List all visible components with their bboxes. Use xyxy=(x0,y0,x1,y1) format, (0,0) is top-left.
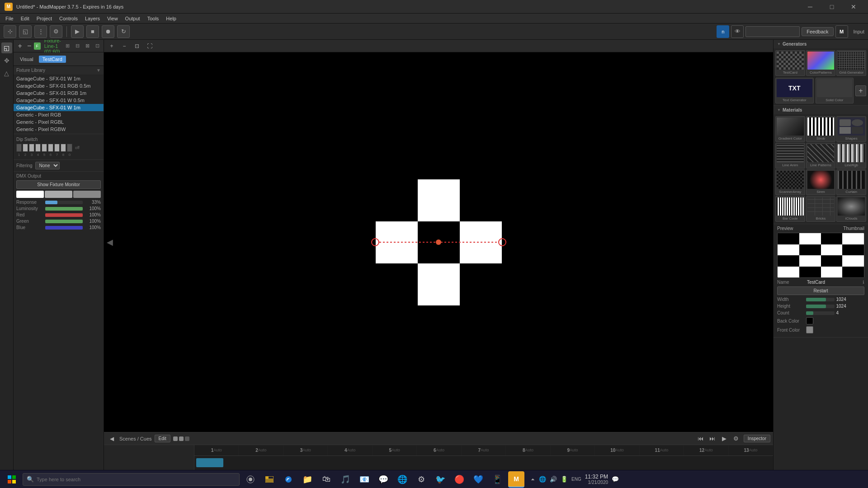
dip-3[interactable] xyxy=(29,144,34,152)
timeline-cell-1[interactable]: 1Auto xyxy=(194,445,239,455)
timeline-block[interactable] xyxy=(196,458,223,467)
green-slider[interactable] xyxy=(45,220,83,223)
dip-9[interactable] xyxy=(67,144,72,152)
scene-dot-3[interactable] xyxy=(185,436,189,441)
remove-fixture-button[interactable]: − xyxy=(24,41,33,51)
timeline-cell-2[interactable]: 2Auto xyxy=(239,445,283,455)
timeline-cell-11[interactable]: 11Auto xyxy=(640,445,684,455)
taskbar-skype2[interactable]: 📱 xyxy=(489,471,505,488)
menu-file[interactable]: File xyxy=(2,15,17,22)
minimize-button[interactable]: ─ xyxy=(800,0,820,14)
transport-skip-forward[interactable]: ⏭ xyxy=(708,434,717,444)
mat-scanner-array[interactable]: ScannerArray xyxy=(775,169,805,195)
fixture-item[interactable]: Generic - Pixel RGB xyxy=(14,111,104,118)
taskbar-edge[interactable] xyxy=(280,471,297,488)
language-label[interactable]: ENG xyxy=(571,477,581,482)
menu-controls[interactable]: Controls xyxy=(56,15,81,22)
taskbar-skype1[interactable]: 💙 xyxy=(470,471,486,488)
mat-strobe[interactable]: Strob xyxy=(806,116,836,142)
scene-dot-2[interactable] xyxy=(179,436,184,441)
dip-2[interactable] xyxy=(23,144,28,152)
mat-line-anim[interactable]: Line Anim xyxy=(775,143,805,169)
start-button[interactable] xyxy=(4,471,20,488)
mat-line-patterns[interactable]: Line Patterns xyxy=(806,143,836,169)
dip-6[interactable] xyxy=(48,144,53,152)
filter-select[interactable]: None xyxy=(35,162,60,169)
gen-add-button[interactable]: + xyxy=(855,85,866,96)
tray-up-arrow[interactable]: ⏶ xyxy=(531,477,535,482)
tab-visual[interactable]: Visual xyxy=(16,56,37,63)
gen-txt[interactable]: TXT Text Generator xyxy=(775,78,814,103)
mat-barcode[interactable]: Bar Code xyxy=(775,196,805,222)
fixture-item[interactable]: Generic - Pixel RGBL xyxy=(14,118,104,126)
info-icon[interactable]: ℹ xyxy=(863,280,864,285)
menu-tools[interactable]: Tools xyxy=(144,15,163,22)
taskbar-madmapper[interactable]: M xyxy=(508,471,524,488)
mat-siren[interactable]: Siren xyxy=(806,169,836,195)
show-fixture-monitor-button[interactable]: Show Fixture Monitor xyxy=(16,180,101,189)
toolbar-settings-tool[interactable]: ⚙ xyxy=(50,25,62,38)
search-bar[interactable]: 🔍 xyxy=(23,473,240,486)
dip-7[interactable] xyxy=(54,144,60,152)
back-color-swatch[interactable] xyxy=(806,317,813,324)
menu-help[interactable]: Help xyxy=(162,15,180,22)
add-fixture-button[interactable]: + xyxy=(15,41,24,51)
taskbar-whatsapp[interactable]: 💬 xyxy=(375,471,392,488)
timeline-cell-5[interactable]: 5Auto xyxy=(373,445,417,455)
taskbar-explorer[interactable] xyxy=(261,471,278,488)
luminosity-slider[interactable] xyxy=(45,207,83,211)
tray-notification[interactable]: 💬 xyxy=(612,476,619,483)
edit-button[interactable]: Edit xyxy=(155,435,170,442)
canvas-fit[interactable]: ⊡ xyxy=(132,41,142,51)
mat-curtain[interactable]: Curtain xyxy=(836,169,866,195)
fixture-endpoint-left[interactable] xyxy=(371,238,379,246)
tool-eye-icon[interactable]: 👁 xyxy=(731,25,744,38)
toolbar-move-tool[interactable]: ⊹ xyxy=(4,25,16,38)
count-slider[interactable] xyxy=(806,311,835,315)
maximize-button[interactable]: □ xyxy=(822,0,842,14)
search-input[interactable] xyxy=(37,477,236,482)
taskbar-bird[interactable]: 🐦 xyxy=(432,471,448,488)
transport-play[interactable]: ▶ xyxy=(71,25,84,38)
transport-refresh[interactable]: ↻ xyxy=(117,25,130,38)
close-button[interactable]: ✕ xyxy=(844,0,863,14)
fixture-item[interactable]: GarageCube - SFX-01 W 0.5m xyxy=(14,97,104,104)
front-color-swatch[interactable] xyxy=(806,326,813,333)
taskbar-settings[interactable]: ⚙ xyxy=(413,471,429,488)
color-swatch-gray2[interactable] xyxy=(73,191,101,198)
fixture-item[interactable]: Generic - Pixel RGBW xyxy=(14,126,104,133)
gen-solid[interactable]: Solid Color xyxy=(816,78,854,103)
gen-grid[interactable]: Grid-Generator xyxy=(836,50,866,76)
gen-colorpatterns[interactable]: ColorPatterns xyxy=(806,50,836,76)
fixture-icon-3[interactable]: ⊠ xyxy=(83,42,92,51)
red-slider[interactable] xyxy=(45,213,83,217)
tool-select[interactable]: ◱ xyxy=(1,42,12,53)
tool-node-icon[interactable]: n xyxy=(717,25,729,38)
timeline-cell-6[interactable]: 6Auto xyxy=(417,445,461,455)
tray-volume[interactable]: 🔊 xyxy=(550,476,557,483)
height-slider[interactable] xyxy=(806,305,835,308)
canvas-fullscreen[interactable]: ⛶ xyxy=(145,41,155,51)
fixture-item[interactable]: GarageCube - SFX-01 W 1m xyxy=(14,75,104,82)
mat-iclouds[interactable]: iClouds xyxy=(836,196,866,222)
tool-shape[interactable]: △ xyxy=(1,68,12,79)
scenes-collapse[interactable]: ◀ xyxy=(107,434,117,444)
fixture-item[interactable]: GarageCube - SFX-01 RGB 0.5m xyxy=(14,82,104,89)
menu-output[interactable]: Output xyxy=(122,15,144,22)
menu-view[interactable]: View xyxy=(104,15,122,22)
mat-gradient[interactable]: Gradient Color xyxy=(775,116,805,142)
mat-bricks[interactable]: Bricks xyxy=(806,196,836,222)
timeline-cell-4[interactable]: 4Auto xyxy=(328,445,372,455)
fixture-icon-1[interactable]: ⊞ xyxy=(63,42,72,51)
timeline-cell-7[interactable]: 7Auto xyxy=(462,445,506,455)
feedback-button[interactable]: Feedback xyxy=(802,27,833,36)
canvas-zoom-out[interactable]: − xyxy=(119,41,129,51)
fixture-endpoint-right[interactable] xyxy=(498,238,506,246)
timeline-cell-10[interactable]: 10Auto xyxy=(595,445,639,455)
toolbar-select-tool[interactable]: ◱ xyxy=(19,25,32,38)
mat-shapes[interactable]: Shapes xyxy=(836,116,866,142)
transport-skip-back[interactable]: ⏮ xyxy=(696,434,706,444)
timeline-cell-3[interactable]: 3Auto xyxy=(283,445,328,455)
taskbar-task-view[interactable] xyxy=(242,471,259,488)
scene-dot-1[interactable] xyxy=(173,436,178,441)
